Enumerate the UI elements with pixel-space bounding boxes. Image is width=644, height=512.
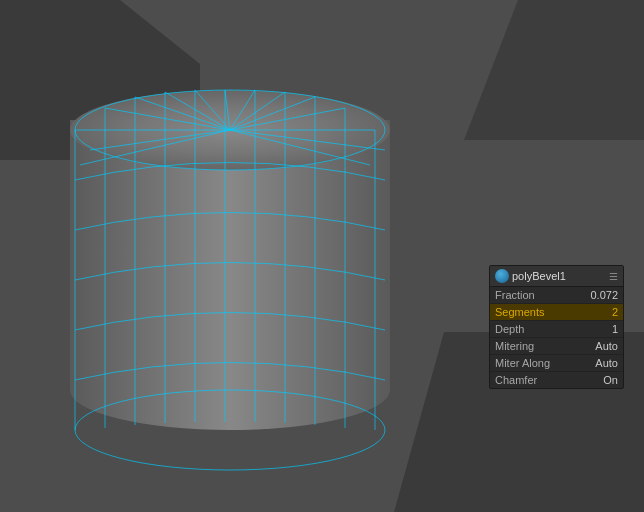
- depth-label: Depth: [495, 323, 524, 335]
- properties-panel: polyBevel1 ☰ Fraction 0.072 Segments 2 D…: [489, 265, 624, 389]
- chamfer-value[interactable]: On: [603, 374, 618, 386]
- viewport: .wire { stroke: #00ccff; stroke-width: 0…: [0, 0, 644, 512]
- miter-along-value[interactable]: Auto: [595, 357, 618, 369]
- svg-point-1: [75, 390, 385, 470]
- svg-line-26: [90, 130, 230, 150]
- miter-along-label: Miter Along: [495, 357, 550, 369]
- wireframe-overlay: .wire { stroke: #00ccff; stroke-width: 0…: [50, 70, 410, 490]
- panel-row-fraction: Fraction 0.072: [490, 287, 623, 304]
- svg-line-21: [230, 97, 315, 130]
- panel-row-chamfer: Chamfer On: [490, 372, 623, 388]
- svg-line-24: [230, 130, 385, 150]
- panel-title: polyBevel1: [512, 270, 566, 282]
- fraction-value[interactable]: 0.072: [590, 289, 618, 301]
- menu-icon[interactable]: ☰: [609, 271, 618, 282]
- panel-header-left: polyBevel1: [495, 269, 566, 283]
- segments-value[interactable]: 2: [612, 306, 618, 318]
- svg-line-20: [230, 92, 285, 130]
- mitering-label: Mitering: [495, 340, 534, 352]
- fraction-label: Fraction: [495, 289, 535, 301]
- panel-row-segments: Segments 2: [490, 304, 623, 321]
- svg-line-18: [225, 90, 230, 130]
- panel-row-depth: Depth 1: [490, 321, 623, 338]
- bg-geometry-tr: [464, 0, 644, 140]
- svg-line-25: [230, 130, 370, 165]
- depth-value[interactable]: 1: [612, 323, 618, 335]
- panel-header: polyBevel1 ☰: [490, 266, 623, 287]
- chamfer-label: Chamfer: [495, 374, 537, 386]
- sphere-icon: [495, 269, 509, 283]
- svg-line-27: [80, 130, 230, 165]
- segments-label: Segments: [495, 306, 545, 318]
- mitering-value[interactable]: Auto: [595, 340, 618, 352]
- panel-row-mitering: Mitering Auto: [490, 338, 623, 355]
- cylinder-object: .wire { stroke: #00ccff; stroke-width: 0…: [50, 70, 410, 450]
- panel-row-miter-along: Miter Along Auto: [490, 355, 623, 372]
- svg-line-22: [230, 108, 345, 130]
- svg-line-19: [230, 90, 255, 130]
